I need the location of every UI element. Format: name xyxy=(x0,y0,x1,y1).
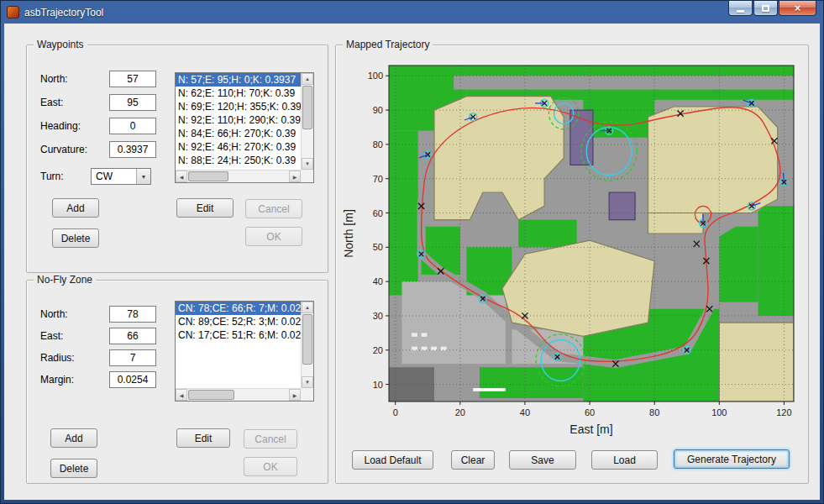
waypoint-listbox[interactable]: N: 57;E: 95;H: 0;K: 0.3937N: 62;E: 110;H… xyxy=(175,72,314,183)
svg-text:20: 20 xyxy=(455,407,465,417)
app-window: asbTrajectoryTool × Waypoints North: Eas… xyxy=(0,0,824,504)
load-default-button[interactable]: Load Default xyxy=(352,450,433,470)
maximize-icon xyxy=(762,5,769,12)
titlebar[interactable]: asbTrajectoryTool × xyxy=(1,1,823,24)
waypoint-list-hscrollbar[interactable]: ◀ ▶ xyxy=(176,170,301,182)
close-button[interactable]: × xyxy=(779,1,816,16)
scroll-down-icon[interactable]: ▼ xyxy=(302,158,313,170)
scroll-up-icon[interactable]: ▲ xyxy=(302,73,313,85)
svg-text:20: 20 xyxy=(373,345,383,355)
waypoint-list-item[interactable]: N: 88;E: 24;H: 250;K: 0.39 xyxy=(176,154,301,167)
nofly-north-field[interactable] xyxy=(109,306,156,323)
hscrollbar-thumb[interactable] xyxy=(188,390,234,400)
waypoint-list-item[interactable]: N: 92;E: 110;H: 290;K: 0.39 xyxy=(176,113,301,127)
svg-text:East [m]: East [m] xyxy=(569,423,612,436)
svg-text:90: 90 xyxy=(373,105,383,115)
nofly-list-item[interactable]: CN: 17;CE: 51;R: 6;M: 0.0254 xyxy=(176,328,301,342)
hscrollbar-thumb[interactable] xyxy=(188,171,228,181)
waypoint-north-label: North: xyxy=(40,73,68,85)
chevron-down-icon[interactable]: ▼ xyxy=(136,169,150,184)
svg-text:70: 70 xyxy=(373,174,383,184)
clear-button[interactable]: Clear xyxy=(451,450,495,470)
nofly-radius-label: Radius: xyxy=(40,352,75,364)
scroll-right-icon[interactable]: ▶ xyxy=(289,171,301,182)
waypoint-east-field[interactable] xyxy=(109,94,156,111)
generate-trajectory-button[interactable]: Generate Trajectory xyxy=(674,449,790,469)
waypoint-cancel-button[interactable]: Cancel xyxy=(245,199,302,218)
svg-text:30: 30 xyxy=(373,311,383,321)
waypoint-list-item[interactable]: N: 69;E: 120;H: 355;K: 0.39 xyxy=(176,100,301,113)
svg-text:10: 10 xyxy=(373,380,383,390)
turn-value: CW xyxy=(96,171,113,182)
waypoint-list-item[interactable]: N: 57;E: 95;H: 0;K: 0.3937 xyxy=(176,73,301,87)
svg-text:40: 40 xyxy=(520,407,530,417)
svg-text:80: 80 xyxy=(649,407,659,417)
map-panel-title: Mapped Trajectory xyxy=(343,39,433,50)
nofly-ok-button[interactable]: OK xyxy=(244,457,297,476)
scroll-down-icon[interactable]: ▼ xyxy=(302,376,313,388)
svg-text:80: 80 xyxy=(373,139,383,150)
trajectory-map-plot: 020406080100120102030405060708090100East… xyxy=(340,57,804,444)
client-area: Waypoints North: East: Heading: Curvatur… xyxy=(4,24,820,500)
nofly-edit-button[interactable]: Edit xyxy=(176,428,230,448)
save-button[interactable]: Save xyxy=(509,450,576,470)
waypoint-heading-field[interactable] xyxy=(109,118,156,134)
nofly-zone-panel: No-Fly Zone North: East: Radius: Margin:… xyxy=(26,280,328,484)
nofly-radius-field[interactable] xyxy=(109,349,156,366)
svg-text:0: 0 xyxy=(393,407,398,417)
svg-text:North [m]: North [m] xyxy=(342,209,355,258)
nofly-add-button[interactable]: Add xyxy=(50,428,97,448)
waypoint-curvature-label: Curvature: xyxy=(40,144,87,155)
vscrollbar-thumb[interactable] xyxy=(302,314,312,365)
waypoint-list-item[interactable]: N: 84;E: 66;H: 270;K: 0.39 xyxy=(176,127,301,140)
scroll-up-icon[interactable]: ▲ xyxy=(302,302,313,313)
nofly-margin-label: Margin: xyxy=(40,374,74,386)
svg-text:60: 60 xyxy=(373,208,383,218)
waypoint-north-field[interactable] xyxy=(109,71,156,87)
app-icon xyxy=(7,6,19,18)
waypoint-list-item[interactable]: N: 62;E: 110;H: 70;K: 0.39 xyxy=(176,87,301,100)
waypoint-ok-button[interactable]: OK xyxy=(245,227,302,246)
window-controls: × xyxy=(727,1,816,16)
turn-label: Turn: xyxy=(40,171,64,182)
close-icon: × xyxy=(795,3,801,14)
waypoint-east-label: East: xyxy=(40,97,63,108)
waypoints-panel-title: Waypoints xyxy=(34,39,87,50)
scroll-left-icon[interactable]: ◀ xyxy=(176,389,187,401)
nofly-list-item[interactable]: CN: 78;CE: 66;R: 7;M: 0.0254 xyxy=(176,302,301,315)
mapped-trajectory-panel: Mapped Trajectory 0204060801001201020304… xyxy=(335,45,809,484)
waypoint-add-button[interactable]: Add xyxy=(52,198,99,218)
svg-text:50: 50 xyxy=(373,242,383,252)
waypoint-curvature-field[interactable] xyxy=(109,141,156,158)
nofly-list-hscrollbar[interactable]: ◀ ▶ xyxy=(176,388,301,401)
svg-text:100: 100 xyxy=(368,71,383,81)
nofly-list-vscrollbar[interactable]: ▲ ▼ xyxy=(301,302,313,388)
window-title: asbTrajectoryTool xyxy=(24,7,103,18)
nofly-delete-button[interactable]: Delete xyxy=(50,459,97,478)
minimize-button[interactable] xyxy=(728,1,753,16)
turn-dropdown[interactable]: CW ▼ xyxy=(91,168,151,185)
load-button[interactable]: Load xyxy=(591,450,658,470)
nofly-east-field[interactable] xyxy=(109,328,156,344)
nofly-list-rows: CN: 78;CE: 66;R: 7;M: 0.0254CN: 89;CE: 5… xyxy=(176,302,301,388)
vscrollbar-thumb[interactable] xyxy=(302,86,312,129)
waypoint-delete-button[interactable]: Delete xyxy=(52,228,99,248)
nofly-cancel-button[interactable]: Cancel xyxy=(244,429,297,449)
minimize-icon xyxy=(737,10,744,13)
scroll-right-icon[interactable]: ▶ xyxy=(289,389,301,401)
waypoint-edit-button[interactable]: Edit xyxy=(176,198,234,218)
nofly-list-item[interactable]: CN: 89;CE: 52;R: 3;M: 0.0254 xyxy=(176,315,301,328)
map-image xyxy=(389,66,794,402)
scroll-left-icon[interactable]: ◀ xyxy=(176,171,187,182)
waypoint-heading-label: Heading: xyxy=(40,120,81,132)
maximize-button[interactable] xyxy=(753,1,778,16)
waypoint-list-vscrollbar[interactable]: ▲ ▼ xyxy=(301,73,313,170)
svg-text:120: 120 xyxy=(776,407,791,417)
nofly-north-label: North: xyxy=(40,308,68,320)
svg-text:40: 40 xyxy=(373,276,383,286)
waypoint-list-rows: N: 57;E: 95;H: 0;K: 0.3937N: 62;E: 110;H… xyxy=(176,73,301,170)
nofly-panel-title: No-Fly Zone xyxy=(34,274,96,286)
waypoint-list-item[interactable]: N: 92;E: 46;H: 270;K: 0.39 xyxy=(176,140,301,154)
nofly-margin-field[interactable] xyxy=(109,371,156,388)
nofly-listbox[interactable]: CN: 78;CE: 66;R: 7;M: 0.0254CN: 89;CE: 5… xyxy=(175,301,314,402)
